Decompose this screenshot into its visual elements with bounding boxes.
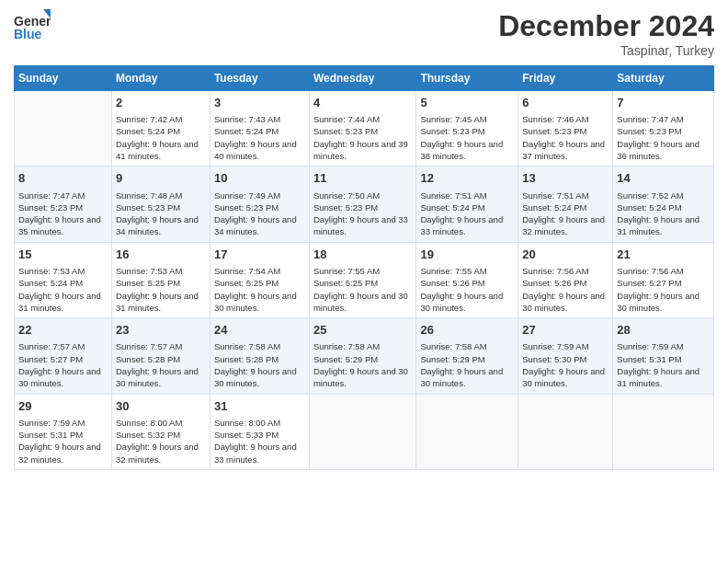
col-sunday: Sunday — [15, 66, 112, 91]
day-number: 12 — [420, 170, 514, 187]
table-row: 24Sunrise: 7:58 AMSunset: 5:28 PMDayligh… — [210, 318, 309, 394]
col-friday: Friday — [518, 66, 613, 91]
daylight-text: Daylight: 9 hours and 30 minutes. — [214, 365, 305, 390]
day-number: 8 — [18, 170, 108, 187]
daylight-text: Daylight: 9 hours and 30 minutes. — [522, 365, 609, 390]
day-number: 25 — [313, 322, 412, 339]
day-number: 17 — [214, 247, 305, 263]
sunrise-text: Sunrise: 7:51 AM — [522, 190, 609, 201]
day-number: 27 — [522, 322, 609, 339]
daylight-text: Daylight: 9 hours and 33 minutes. — [214, 441, 305, 465]
sunset-text: Sunset: 5:24 PM — [18, 277, 108, 289]
table-row: 27Sunrise: 7:59 AMSunset: 5:30 PMDayligh… — [518, 318, 613, 394]
day-number: 16 — [116, 247, 206, 263]
sunrise-text: Sunrise: 8:00 AM — [214, 417, 305, 429]
logo-svg: General Blue — [14, 9, 51, 42]
sunrise-text: Sunrise: 7:47 AM — [18, 190, 108, 201]
daylight-text: Daylight: 9 hours and 39 minutes. — [313, 138, 412, 163]
sunset-text: Sunset: 5:23 PM — [313, 125, 412, 137]
daylight-text: Daylight: 9 hours and 33 minutes. — [313, 213, 412, 238]
calendar-row: 8Sunrise: 7:47 AMSunset: 5:23 PMDaylight… — [15, 167, 714, 242]
calendar-container: General Blue December 2024 Taspinar, Tur… — [0, 0, 728, 479]
sunrise-text: Sunrise: 7:59 AM — [18, 417, 108, 429]
table-row: 21Sunrise: 7:56 AMSunset: 5:27 PMDayligh… — [613, 242, 714, 317]
day-number: 28 — [617, 322, 710, 339]
sunrise-text: Sunrise: 7:53 AM — [18, 265, 108, 277]
daylight-text: Daylight: 9 hours and 31 minutes. — [617, 365, 710, 390]
sunrise-text: Sunrise: 7:47 AM — [617, 113, 710, 125]
table-row: 3Sunrise: 7:43 AMSunset: 5:24 PMDaylight… — [210, 91, 309, 167]
table-row: 28Sunrise: 7:59 AMSunset: 5:31 PMDayligh… — [613, 318, 714, 394]
sunrise-text: Sunrise: 7:57 AM — [18, 340, 108, 352]
sunset-text: Sunset: 5:23 PM — [214, 201, 305, 213]
daylight-text: Daylight: 9 hours and 36 minutes. — [617, 138, 710, 163]
daylight-text: Daylight: 9 hours and 30 minutes. — [522, 290, 609, 315]
sunrise-text: Sunrise: 7:55 AM — [313, 265, 412, 277]
sunrise-text: Sunrise: 7:49 AM — [214, 190, 305, 201]
sunrise-text: Sunrise: 7:59 AM — [617, 340, 710, 352]
sunrise-text: Sunrise: 7:56 AM — [617, 265, 710, 277]
table-row: 29Sunrise: 7:59 AMSunset: 5:31 PMDayligh… — [15, 394, 112, 469]
sunrise-text: Sunrise: 7:54 AM — [214, 265, 305, 277]
day-number: 5 — [420, 95, 514, 111]
sunset-text: Sunset: 5:29 PM — [313, 353, 412, 365]
calendar-row: 29Sunrise: 7:59 AMSunset: 5:31 PMDayligh… — [15, 394, 714, 469]
sunset-text: Sunset: 5:31 PM — [18, 429, 108, 441]
daylight-text: Daylight: 9 hours and 34 minutes. — [214, 213, 305, 238]
sunset-text: Sunset: 5:24 PM — [617, 201, 710, 213]
table-row — [15, 91, 112, 167]
sunrise-text: Sunrise: 7:56 AM — [522, 265, 609, 277]
sunrise-text: Sunrise: 7:53 AM — [116, 265, 206, 277]
daylight-text: Daylight: 9 hours and 30 minutes. — [313, 365, 412, 390]
sunrise-text: Sunrise: 7:55 AM — [420, 265, 514, 277]
table-row — [416, 394, 518, 469]
table-row: 11Sunrise: 7:50 AMSunset: 5:23 PMDayligh… — [309, 167, 415, 242]
day-number: 26 — [420, 322, 514, 339]
sunset-text: Sunset: 5:32 PM — [116, 429, 206, 441]
daylight-text: Daylight: 9 hours and 40 minutes. — [214, 138, 305, 163]
sunset-text: Sunset: 5:23 PM — [18, 201, 108, 213]
day-number: 6 — [522, 95, 609, 111]
sunrise-text: Sunrise: 7:58 AM — [313, 340, 412, 352]
sunrise-text: Sunrise: 7:51 AM — [420, 190, 514, 201]
table-row: 18Sunrise: 7:55 AMSunset: 5:25 PMDayligh… — [309, 242, 415, 317]
logo: General Blue — [14, 9, 51, 42]
daylight-text: Daylight: 9 hours and 30 minutes. — [313, 290, 412, 315]
calendar-row: 2Sunrise: 7:42 AMSunset: 5:24 PMDaylight… — [15, 91, 714, 167]
table-row: 23Sunrise: 7:57 AMSunset: 5:28 PMDayligh… — [112, 318, 210, 394]
sunset-text: Sunset: 5:28 PM — [214, 353, 305, 365]
day-number: 20 — [522, 247, 609, 263]
daylight-text: Daylight: 9 hours and 31 minutes. — [116, 290, 206, 315]
sunrise-text: Sunrise: 7:50 AM — [313, 190, 412, 201]
sunrise-text: Sunrise: 7:42 AM — [116, 113, 206, 125]
sunrise-text: Sunrise: 8:00 AM — [116, 417, 206, 429]
day-number: 4 — [313, 95, 412, 111]
day-number: 7 — [617, 95, 710, 111]
sunrise-text: Sunrise: 7:57 AM — [116, 340, 206, 352]
table-row: 20Sunrise: 7:56 AMSunset: 5:26 PMDayligh… — [518, 242, 613, 317]
sunrise-text: Sunrise: 7:58 AM — [420, 340, 514, 352]
sunset-text: Sunset: 5:23 PM — [522, 125, 609, 137]
daylight-text: Daylight: 9 hours and 32 minutes. — [522, 213, 609, 238]
table-row: 5Sunrise: 7:45 AMSunset: 5:23 PMDaylight… — [416, 91, 518, 167]
sunset-text: Sunset: 5:25 PM — [116, 277, 206, 289]
daylight-text: Daylight: 9 hours and 32 minutes. — [18, 441, 108, 465]
day-number: 14 — [617, 170, 710, 187]
day-number: 10 — [214, 170, 305, 187]
header: General Blue December 2024 Taspinar, Tur… — [14, 9, 714, 58]
sunset-text: Sunset: 5:28 PM — [116, 353, 206, 365]
sunrise-text: Sunrise: 7:44 AM — [313, 113, 412, 125]
sunset-text: Sunset: 5:24 PM — [116, 125, 206, 137]
sunset-text: Sunset: 5:27 PM — [617, 277, 710, 289]
day-number: 15 — [18, 247, 108, 263]
sunset-text: Sunset: 5:26 PM — [522, 277, 609, 289]
table-row: 12Sunrise: 7:51 AMSunset: 5:24 PMDayligh… — [416, 167, 518, 242]
col-tuesday: Tuesday — [210, 66, 309, 91]
sunset-text: Sunset: 5:24 PM — [214, 125, 305, 137]
sunrise-text: Sunrise: 7:46 AM — [522, 113, 609, 125]
sunrise-text: Sunrise: 7:43 AM — [214, 113, 305, 125]
sunrise-text: Sunrise: 7:45 AM — [420, 113, 514, 125]
sunrise-text: Sunrise: 7:48 AM — [116, 190, 206, 201]
sunset-text: Sunset: 5:25 PM — [313, 277, 412, 289]
sunset-text: Sunset: 5:33 PM — [214, 429, 305, 441]
